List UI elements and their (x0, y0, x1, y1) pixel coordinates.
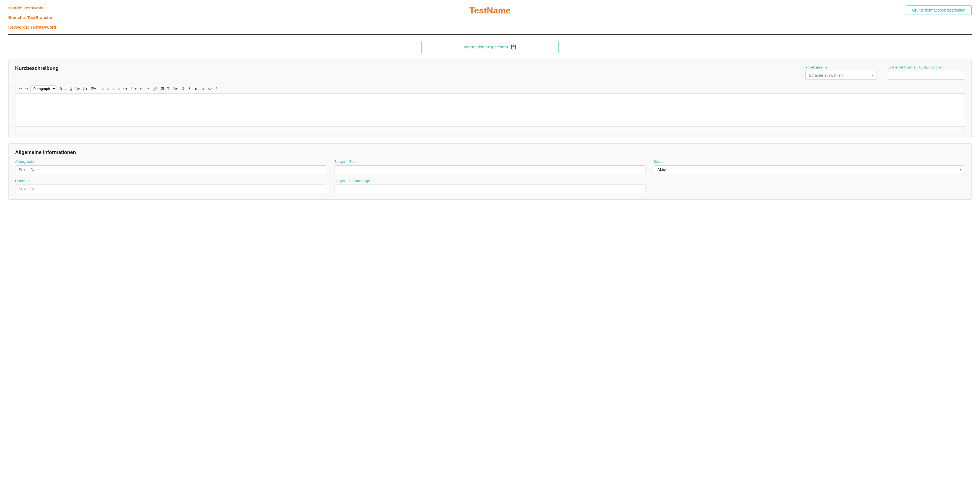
bold-button[interactable]: B (58, 86, 63, 92)
page-title: TestName (469, 5, 511, 16)
link-button[interactable]: 🔗 (151, 86, 159, 92)
keywords-label: Keywords: TestKeyword (8, 25, 56, 29)
main-divider (8, 34, 972, 35)
enddatum-input[interactable] (15, 184, 326, 193)
enddatum-label: Enddatum (15, 179, 326, 183)
print-button[interactable]: 🖨 (180, 86, 186, 92)
highlight-button[interactable]: A▾ (74, 86, 81, 92)
branche-label: Branche: TestBranche (8, 15, 56, 20)
code-button[interactable]: <> (206, 86, 213, 92)
projektsprache-label: Projektsprache (805, 65, 877, 69)
help-button[interactable]: ? (214, 86, 218, 92)
budget-persontage-input[interactable] (334, 184, 646, 193)
format-clear-button[interactable]: T (166, 86, 171, 92)
image-button[interactable]: 🖼 (159, 86, 165, 92)
preview-button[interactable]: 👁 (186, 86, 193, 92)
font-color-button[interactable]: A▾ (82, 86, 89, 92)
budget-euro-input[interactable] (334, 165, 646, 174)
budget-persontage-label: Budget in Personentage (334, 179, 646, 183)
jira-input[interactable] (888, 71, 965, 80)
allgemeine-info-title: Allgemeine Informationen (15, 149, 965, 156)
fullscreen-button[interactable]: ▶ (193, 86, 199, 92)
align-justify-button[interactable]: ≡ (117, 86, 122, 92)
emoji-button[interactable]: ☺ (199, 86, 206, 92)
redo-button[interactable]: ↪ (24, 86, 30, 92)
editor-toolbar: ↩ ↪ Paragraph Heading 1 Heading 2 Headin… (15, 84, 965, 94)
undo-button[interactable]: ↩ (18, 86, 23, 92)
projektsprache-select[interactable]: Sprache auswählen Deutsch Englisch Franz… (805, 71, 877, 80)
editor-content-area[interactable] (15, 94, 965, 127)
indent-in-button[interactable]: ⇥ (145, 86, 151, 92)
indent-out-button[interactable]: ⇤ (138, 86, 145, 92)
bullet-list-button[interactable]: • ▾ (122, 86, 129, 92)
status-label: Status (654, 160, 965, 163)
save-label: Informationen speichern (464, 44, 508, 49)
edit-grundinfo-button[interactable]: Grundinformationen bearbeiten (906, 5, 972, 15)
editor-status: p (15, 127, 965, 132)
underline-button[interactable]: U (68, 86, 73, 92)
paragraph-select[interactable]: Paragraph Heading 1 Heading 2 Heading 3 (30, 85, 56, 92)
jira-label: Jira-Ticket Nummer / Buchungscode (888, 65, 965, 69)
align-left-button[interactable]: ≡ (100, 86, 105, 92)
ordered-list-button[interactable]: 1. ▾ (129, 86, 138, 92)
kurzbeschreibung-card: Kurzbeschreibung Projektsprache Sprache … (8, 59, 972, 138)
line-height-button[interactable]: ☰▾ (89, 86, 97, 92)
anfangsdatum-input[interactable] (15, 165, 326, 174)
save-button[interactable]: Informationen speichern 💾 (421, 41, 559, 53)
status-select[interactable]: Aktiv Inaktiv Abgeschlossen (654, 165, 965, 174)
kurzbeschreibung-title: Kurzbeschreibung (15, 65, 59, 71)
table-button[interactable]: ⊞▾ (172, 86, 179, 92)
save-icon: 💾 (511, 44, 516, 49)
allgemeine-info-card: Allgemeine Informationen Anfangsdatum Bu… (8, 143, 972, 200)
kunde-label: Kunde: TestKunde (8, 5, 56, 10)
italic-button[interactable]: I (64, 86, 68, 92)
anfangsdatum-label: Anfangsdatum (15, 160, 326, 163)
align-right-button[interactable]: ≡ (111, 86, 116, 92)
align-center-button[interactable]: ≡ (106, 86, 111, 92)
budget-euro-label: Budget in Euro (334, 160, 646, 163)
